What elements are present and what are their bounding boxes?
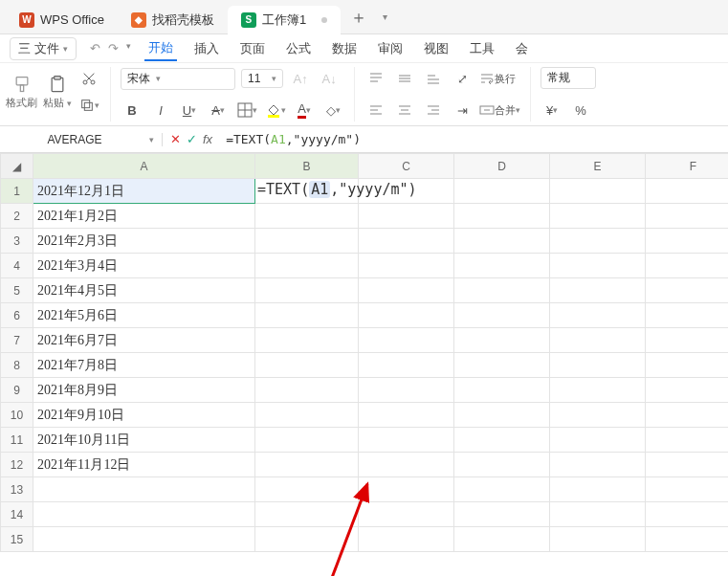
cell[interactable]: [646, 179, 729, 204]
cell[interactable]: [359, 353, 454, 378]
cell[interactable]: [454, 378, 550, 403]
cell[interactable]: [550, 502, 646, 527]
cell[interactable]: [550, 204, 646, 229]
cell[interactable]: [359, 403, 454, 428]
merge-button[interactable]: 合并▾: [479, 99, 520, 122]
cell[interactable]: [33, 477, 255, 502]
row-header[interactable]: 6: [1, 303, 33, 328]
align-bottom-button[interactable]: [422, 67, 445, 90]
cell[interactable]: [255, 353, 359, 378]
number-format-select[interactable]: 常规: [540, 67, 596, 89]
cell[interactable]: [359, 303, 454, 328]
cell[interactable]: [646, 229, 729, 254]
copy-button[interactable]: ▾: [77, 94, 100, 117]
row-header[interactable]: 11: [1, 428, 33, 453]
cell[interactable]: [550, 428, 646, 453]
cell[interactable]: 2021年9月10日: [33, 403, 255, 428]
cell[interactable]: [646, 353, 729, 378]
row-header[interactable]: 5: [1, 278, 33, 303]
cell[interactable]: [550, 527, 646, 552]
row-header[interactable]: 9: [1, 378, 33, 403]
cell[interactable]: [255, 204, 359, 229]
borders-button[interactable]: ▾: [235, 99, 258, 122]
cell[interactable]: [646, 328, 729, 353]
cell[interactable]: [359, 278, 454, 303]
tab-more[interactable]: 会: [512, 36, 532, 61]
cell[interactable]: [33, 502, 255, 527]
col-header-B[interactable]: B: [255, 154, 359, 179]
accept-formula-button[interactable]: ✓: [187, 132, 197, 146]
cell[interactable]: [646, 278, 729, 303]
cell[interactable]: [550, 254, 646, 278]
cell[interactable]: 2021年1月2日: [33, 204, 255, 229]
row-header[interactable]: 4: [1, 254, 33, 278]
select-all-corner[interactable]: ◢: [1, 154, 33, 179]
cell[interactable]: [550, 303, 646, 328]
wrap-text-button[interactable]: 换行: [479, 67, 516, 90]
cell[interactable]: [255, 428, 359, 453]
cell[interactable]: [359, 477, 454, 502]
row-header[interactable]: 7: [1, 328, 33, 353]
align-center-button[interactable]: [393, 99, 416, 122]
cell[interactable]: [454, 502, 550, 527]
cell[interactable]: [359, 378, 454, 403]
cell[interactable]: 2021年6月7日: [33, 328, 255, 353]
cell[interactable]: [646, 403, 729, 428]
tab-page[interactable]: 页面: [236, 36, 269, 61]
align-left-button[interactable]: [364, 99, 387, 122]
cell[interactable]: 2021年2月3日: [33, 229, 255, 254]
cell[interactable]: =TEXT(A1,"yyyy/m"): [255, 179, 359, 204]
cell[interactable]: [550, 353, 646, 378]
row-header[interactable]: 1: [1, 179, 33, 204]
cell[interactable]: [255, 254, 359, 278]
font-color-button[interactable]: A▾: [293, 99, 316, 122]
col-header-A[interactable]: A: [33, 154, 255, 179]
fill-color-button[interactable]: ▾: [264, 99, 287, 122]
cell[interactable]: [646, 204, 729, 229]
cell[interactable]: [359, 502, 454, 527]
cell[interactable]: [454, 403, 550, 428]
cell[interactable]: [454, 179, 550, 204]
new-tab-button[interactable]: ＋: [341, 6, 377, 29]
strikethrough-button[interactable]: A▾: [207, 99, 230, 122]
cell[interactable]: 2021年11月12日: [33, 453, 255, 477]
cell[interactable]: 2021年10月11日: [33, 428, 255, 453]
indent-button[interactable]: ⇥: [451, 99, 474, 122]
app-tab-wps[interactable]: W WPS Office: [6, 6, 118, 34]
col-header-F[interactable]: F: [646, 154, 729, 179]
cell[interactable]: [359, 328, 454, 353]
cut-button[interactable]: [77, 67, 100, 90]
percent-button[interactable]: %: [569, 99, 592, 122]
file-menu-button[interactable]: 三 文件 ▾: [10, 37, 77, 60]
align-top-button[interactable]: [364, 67, 387, 90]
fx-button[interactable]: fx: [203, 132, 212, 146]
cell[interactable]: 2021年5月6日: [33, 303, 255, 328]
row-header[interactable]: 2: [1, 204, 33, 229]
cell[interactable]: [646, 453, 729, 477]
phonetic-button[interactable]: ◇▾: [321, 99, 344, 122]
tab-view[interactable]: 视图: [420, 36, 452, 61]
cell[interactable]: [550, 477, 646, 502]
cell[interactable]: [359, 204, 454, 229]
cell[interactable]: [454, 204, 550, 229]
cell[interactable]: [359, 428, 454, 453]
tab-review[interactable]: 审阅: [374, 36, 407, 61]
row-header[interactable]: 8: [1, 353, 33, 378]
cell[interactable]: [646, 303, 729, 328]
cancel-formula-button[interactable]: ✕: [170, 132, 181, 146]
cell[interactable]: [454, 477, 550, 502]
cell[interactable]: [359, 527, 454, 552]
cell[interactable]: [255, 303, 359, 328]
cell[interactable]: [359, 453, 454, 477]
cell[interactable]: [454, 278, 550, 303]
cell[interactable]: [646, 502, 729, 527]
align-middle-button[interactable]: [393, 67, 416, 90]
col-header-D[interactable]: D: [454, 154, 550, 179]
redo-button[interactable]: ↷: [108, 41, 119, 55]
formula-input[interactable]: =TEXT(A1,"yyyy/m"): [220, 132, 728, 146]
align-right-button[interactable]: [422, 99, 445, 122]
cell[interactable]: [550, 179, 646, 204]
tab-insert[interactable]: 插入: [190, 36, 223, 61]
cell[interactable]: [550, 328, 646, 353]
row-header[interactable]: 14: [1, 502, 33, 527]
